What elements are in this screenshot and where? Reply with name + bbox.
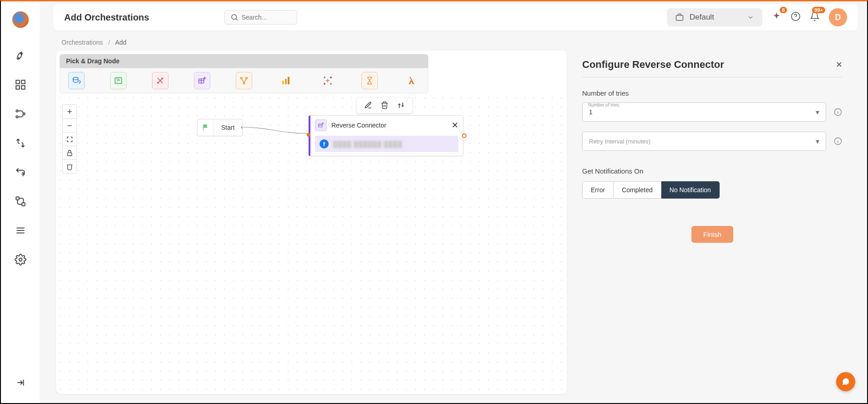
list-icon (15, 225, 26, 236)
svg-point-7 (23, 113, 25, 115)
edit-icon[interactable] (364, 101, 372, 109)
start-label: Start (214, 124, 242, 131)
cross-arrows-icon (155, 76, 165, 86)
palette-node-lambda[interactable] (403, 72, 420, 89)
help-button[interactable] (791, 11, 801, 23)
transform-icon (15, 137, 26, 149)
app-logo[interactable] (12, 11, 29, 28)
lock-button[interactable] (63, 146, 76, 159)
tries-float-label: Number of tries (588, 102, 619, 107)
notif-toggle-group: Error Completed No Notification (582, 181, 843, 199)
breadcrumb-current: Add (115, 39, 127, 46)
zoom-in-button[interactable] (63, 105, 76, 118)
rocket-icon (15, 50, 26, 61)
svg-point-56 (845, 381, 846, 382)
config-panel-title: Configure Reverse Connector (582, 59, 724, 71)
sidebar-item-dashboard[interactable] (1, 79, 40, 91)
reverse-connector-target-label: ████ ██████ ████ (333, 141, 402, 148)
node-toolbar (356, 97, 413, 113)
svg-rect-8 (16, 197, 19, 200)
palette-node-transform[interactable] (152, 72, 168, 89)
fit-button[interactable] (63, 132, 76, 146)
lock-icon (66, 149, 73, 157)
palette-node-powerbi[interactable] (278, 72, 294, 89)
notif-badge: 99+ (812, 7, 825, 13)
tableau-icon (322, 75, 333, 86)
svg-point-21 (73, 77, 78, 80)
breadcrumb: Orchestrations / Add (40, 31, 867, 51)
start-node[interactable]: Start (197, 119, 243, 136)
sparkle-badge: 8 (780, 7, 787, 13)
powerbi-icon (280, 75, 291, 86)
trash-icon (66, 163, 73, 170)
canvas-area[interactable]: Start Reverse Connector ✕ (56, 93, 567, 394)
breadcrumb-parent[interactable]: Orchestrations (61, 39, 103, 46)
svg-point-6 (16, 116, 18, 118)
svg-rect-1 (16, 80, 20, 84)
briefcase-icon (675, 13, 684, 22)
svg-rect-31 (285, 79, 287, 84)
palette-node-sql[interactable]: SQL (110, 72, 127, 89)
reverse-connector-node-icon (315, 119, 327, 131)
reverse-connector-node-title: Reverse Connector (331, 122, 386, 129)
workspace-dropdown[interactable]: Default (667, 8, 762, 26)
svg-rect-18 (676, 15, 683, 20)
svg-point-27 (241, 77, 243, 79)
clear-button[interactable] (63, 159, 76, 173)
delete-icon[interactable] (381, 101, 389, 109)
gear-icon (15, 254, 26, 266)
avatar[interactable]: D (829, 8, 847, 26)
palette-row: SQL (60, 68, 428, 93)
tries-section-label: Number of tries (582, 89, 843, 97)
canvas-controls (62, 104, 77, 174)
sidebar-item-transform[interactable] (1, 137, 40, 149)
edge-start-to-rc (240, 119, 311, 146)
facebook-icon: f (320, 139, 329, 148)
sql-icon: SQL (113, 76, 123, 86)
chevron-down-icon: ▾ (816, 137, 819, 146)
sidebar-item-settings[interactable] (1, 254, 40, 266)
retry-info-button[interactable] (833, 137, 843, 146)
sidebar-item-reverse[interactable] (1, 166, 40, 178)
retry-float-label: Retry Interval (minutes) (589, 138, 650, 145)
notifications-button[interactable]: 99+ (810, 11, 820, 23)
notif-option-error[interactable]: Error (582, 181, 614, 199)
support-chat-button[interactable] (836, 372, 855, 391)
sidebar-item-rocket[interactable] (1, 50, 40, 61)
palette-node-branch[interactable] (236, 72, 252, 89)
search-box (224, 10, 297, 25)
reverse-connector-target[interactable]: f ████ ██████ ████ (315, 136, 458, 152)
tries-info-button[interactable] (833, 107, 843, 117)
palette-node-source[interactable] (68, 72, 85, 89)
sidebar-item-list[interactable] (1, 225, 40, 236)
node-close-button[interactable]: ✕ (452, 120, 458, 130)
notif-option-none[interactable]: No Notification (661, 181, 720, 199)
lambda-icon (406, 75, 417, 86)
flag-icon (198, 119, 214, 136)
zoom-out-button[interactable] (63, 118, 76, 132)
reverse-connector-node[interactable]: Reverse Connector ✕ f ████ ██████ ████ (309, 115, 463, 156)
swap-icon[interactable] (397, 101, 405, 109)
tries-select[interactable]: Number of tries 1 ▾ (582, 102, 826, 122)
tries-value: 1 (589, 108, 593, 116)
page-title: Add Orchestrations (64, 12, 149, 23)
palette-node-tableau[interactable] (320, 72, 336, 89)
notif-option-completed[interactable]: Completed (614, 181, 661, 199)
sidebar-item-pipeline[interactable] (1, 108, 40, 120)
svg-line-17 (236, 19, 238, 20)
finish-button[interactable]: Finish (691, 226, 733, 243)
ai-sparkle-button[interactable]: 8 (772, 11, 782, 23)
palette-node-wait[interactable] (361, 72, 378, 89)
chat-icon (841, 377, 850, 386)
palette-node-reverse[interactable] (194, 72, 210, 89)
config-panel: Configure Reverse Connector ✕ Number of … (567, 51, 858, 394)
notif-section-label: Get Notifications On (582, 167, 843, 175)
sidebar-collapse[interactable] (15, 377, 26, 390)
retry-interval-select[interactable]: Retry Interval (minutes) ▾ (582, 132, 826, 151)
search-input[interactable] (241, 14, 291, 21)
sidebar-item-flow[interactable] (1, 195, 40, 207)
config-panel-close[interactable]: ✕ (836, 60, 843, 70)
svg-rect-2 (21, 80, 25, 84)
search-input-wrap[interactable] (224, 10, 297, 25)
svg-point-16 (232, 15, 237, 20)
